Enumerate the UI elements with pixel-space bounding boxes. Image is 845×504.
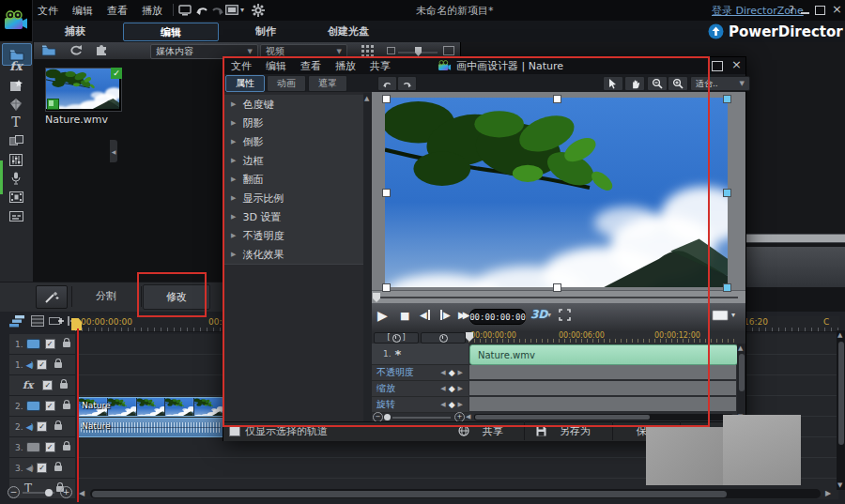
stop-button[interactable]: ■ <box>400 310 409 322</box>
select-tool-button[interactable] <box>603 76 623 91</box>
dialog-close-button[interactable]: × <box>731 57 742 71</box>
resize-handle-mid-left[interactable] <box>382 189 391 197</box>
dialog-tab-properties[interactable]: 属性 <box>225 75 265 92</box>
vscrollbar[interactable]: ▲ ▼ <box>837 330 845 490</box>
duration-view-toggle[interactable] <box>421 332 466 344</box>
modify-button[interactable]: 修改 <box>143 284 210 310</box>
property-item-border[interactable]: ▶边框 <box>223 151 363 171</box>
resize-handle-top-right[interactable] <box>723 95 731 103</box>
settings-gear-icon[interactable] <box>252 4 265 17</box>
share-button[interactable]: 共享 <box>447 421 525 440</box>
track-view-icon[interactable] <box>31 315 44 327</box>
lock-icon[interactable] <box>63 404 70 409</box>
kf-lane-scale[interactable] <box>469 381 736 397</box>
resize-handle-top-left[interactable] <box>382 95 391 103</box>
track-header-audio-1[interactable]: 1. ◀) ✓ <box>9 355 75 375</box>
minimize-button[interactable] <box>801 12 809 14</box>
vscrollbar-thumb[interactable] <box>838 342 844 445</box>
hscrollbar[interactable] <box>90 489 821 498</box>
property-item-opacity[interactable]: ▶不透明度 <box>223 226 363 246</box>
pip-vscroll-up-arrow[interactable]: ▲ <box>738 344 743 352</box>
timeline-video-clip[interactable]: Nature <box>78 397 223 417</box>
sidebar-item-particle-room[interactable] <box>2 96 30 113</box>
lock-icon[interactable] <box>54 362 62 368</box>
aspect-badge-icon[interactable] <box>225 5 238 15</box>
track-manager-icon[interactable] <box>9 315 25 328</box>
vscroll-up-arrow[interactable]: ▲ <box>837 331 842 339</box>
pip-zoom-slider[interactable] <box>392 417 451 419</box>
media-clip-name[interactable]: Nature.wmv <box>45 114 108 126</box>
track-enable-checkbox[interactable]: ✓ <box>37 463 47 473</box>
add-track-icon[interactable] <box>49 315 64 327</box>
tab-produce[interactable]: 制作 <box>228 23 303 40</box>
property-item-aspect[interactable]: ▶显示比例 <box>223 189 363 208</box>
kf-row-opacity-header[interactable]: 不透明度 ◀ ◆ ▶ <box>372 365 469 381</box>
resize-handle-bottom-center[interactable] <box>553 283 561 292</box>
kf-prev-icon[interactable]: ◀ <box>440 401 445 408</box>
preview-quality-monitor-icon[interactable] <box>712 310 729 321</box>
save-as-button[interactable]: 另存为 <box>525 421 613 440</box>
next-frame-button[interactable]: ▶ <box>440 310 451 320</box>
lock-icon[interactable] <box>54 424 62 430</box>
3d-mode-button[interactable]: 3D <box>530 308 547 321</box>
3d-mode-caret-icon[interactable]: ▾ <box>547 311 551 319</box>
lock-icon[interactable] <box>54 466 62 471</box>
pip-hscrollbar-thumb[interactable] <box>475 415 650 420</box>
kf-next-icon[interactable]: ▶ <box>458 369 463 376</box>
lock-icon[interactable] <box>63 445 70 451</box>
playhead-line[interactable] <box>77 328 79 502</box>
import-media-icon[interactable] <box>69 44 83 56</box>
menu-file[interactable]: 文件 <box>38 4 58 18</box>
pip-seekbar-thumb[interactable] <box>373 293 380 302</box>
tab-edit[interactable]: 编辑 <box>123 23 219 41</box>
kf-prev-icon[interactable]: ◀ <box>440 385 445 392</box>
kf-prev-icon[interactable]: ◀ <box>440 369 445 376</box>
properties-scroll-up-arrow[interactable]: ▲ <box>364 95 369 102</box>
restore-button[interactable] <box>815 6 825 15</box>
sidebar-item-subtitle-room[interactable] <box>2 207 30 224</box>
fast-forward-button[interactable]: ▶▶ <box>458 310 467 320</box>
track-header-video-3[interactable]: 3. ✓ <box>9 437 75 458</box>
property-item-flip[interactable]: ▶翻面 <box>223 170 363 190</box>
timeline-zoom-out-icon[interactable]: − <box>8 486 20 498</box>
properties-scrollbar[interactable]: ▲ <box>363 93 372 421</box>
zoom-out-tool-button[interactable] <box>647 76 668 91</box>
preview-quality-caret-icon[interactable]: ▾ <box>731 311 735 319</box>
lock-icon[interactable] <box>60 383 68 389</box>
track-enable-checkbox[interactable]: ✓ <box>37 359 47 370</box>
track-enable-checkbox[interactable]: ✓ <box>45 339 55 349</box>
resize-handle-bottom-right[interactable] <box>723 283 731 292</box>
capture-monitor-icon[interactable] <box>178 5 192 16</box>
lock-icon[interactable] <box>63 342 70 347</box>
only-selected-tracks-checkbox[interactable] <box>229 425 240 436</box>
dialog-undo-button[interactable] <box>377 76 397 91</box>
dialog-menu-play[interactable]: 播放 <box>335 59 356 73</box>
hscroll-left-arrow[interactable]: ◀ <box>79 489 84 497</box>
track-enable-checkbox[interactable]: ✓ <box>45 442 55 452</box>
pip-ruler[interactable]: 00:00:00:00 00:00:06:00 00:00:12:00 <box>469 331 736 343</box>
play-button[interactable]: ▶ <box>377 308 388 323</box>
timeline-zoom-in-icon[interactable]: + <box>60 486 72 498</box>
property-item-3d-settings[interactable]: ▶3D 设置 <box>223 207 363 227</box>
vscroll-down-arrow[interactable]: ▼ <box>837 481 842 489</box>
resize-handle-top-center[interactable] <box>553 95 561 103</box>
track-header-audio-2[interactable]: 2. ◀) ✓ <box>9 417 75 437</box>
kf-row-scale-header[interactable]: 缩放 ◀ ◆ ▶ <box>372 381 469 397</box>
hscrollbar-thumb[interactable] <box>92 491 727 497</box>
kf-next-icon[interactable]: ▶ <box>458 401 463 408</box>
property-item-reflection[interactable]: ▶倒影 <box>223 132 363 152</box>
pip-hscroll-left-arrow[interactable]: ◀ <box>466 413 470 420</box>
plugin-puzzle-icon[interactable] <box>95 44 108 56</box>
property-item-fade[interactable]: ▶淡化效果 <box>223 245 363 265</box>
sidebar-item-transition-room[interactable] <box>2 132 30 149</box>
library-collapse-handle[interactable]: ◀ <box>110 140 117 162</box>
zoom-in-tool-button[interactable] <box>668 76 688 91</box>
aspect-caret-icon[interactable]: ▾ <box>240 6 244 14</box>
sidebar-item-audio-mixing-room[interactable] <box>2 151 30 168</box>
hscroll-right-arrow[interactable]: ▶ <box>825 489 831 497</box>
media-room-folder-icon[interactable] <box>41 44 56 56</box>
track-enable-checkbox[interactable]: ✓ <box>42 380 53 390</box>
timecode-view-toggle[interactable]: [] <box>374 332 419 344</box>
property-item-shadow[interactable]: ▶阴影 <box>223 114 363 133</box>
redo-icon[interactable] <box>210 4 224 16</box>
